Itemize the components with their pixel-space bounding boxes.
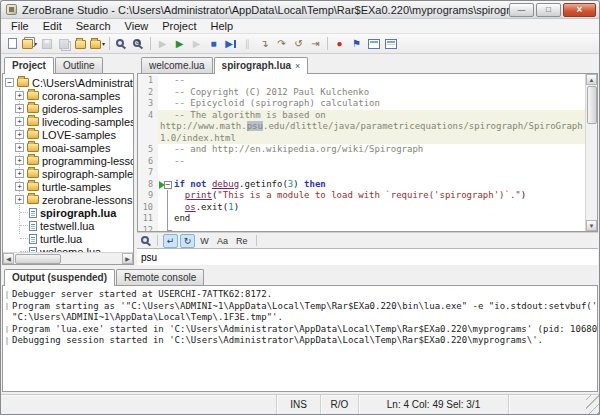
tree-item-livecoding-samples[interactable]: +livecoding-samples <box>3 115 133 128</box>
line-number-margin[interactable]: 1 <box>138 75 158 87</box>
editor-tab-welcome-lua[interactable]: welcome.lua <box>141 57 213 73</box>
toggle-breakpoint-button[interactable]: ● <box>331 35 348 52</box>
fold-collapse-icon[interactable]: − <box>164 181 172 189</box>
whole-word-toggle[interactable]: W <box>197 234 212 248</box>
open-project-button[interactable] <box>72 35 89 52</box>
panel-tab-outline[interactable]: Outline <box>55 57 103 73</box>
tree-item-programming-lessons[interactable]: +programming-lessons <box>3 154 133 167</box>
scroll-right-icon[interactable]: ▶ <box>122 253 133 264</box>
line-number-margin[interactable] <box>138 133 158 145</box>
menu-item-view[interactable]: View <box>118 20 156 32</box>
output-tab-output-suspended[interactable]: Output (suspended) <box>4 269 115 286</box>
wrap-indicator-toggle[interactable]: ↵ <box>163 234 178 248</box>
start-debugging-button[interactable]: ▶ <box>171 35 188 52</box>
close-button[interactable]: × <box>563 3 596 17</box>
editor-tab-spirograph-lua[interactable]: spirograph.lua× <box>214 57 309 74</box>
wrap-around-toggle[interactable]: ↻ <box>180 234 195 248</box>
expander-icon[interactable]: + <box>15 91 24 100</box>
tree-item-zerobrane-lessons[interactable]: +zerobrane-lessons <box>3 193 133 206</box>
code-line[interactable]: 12 <box>138 225 585 233</box>
find-button[interactable] <box>113 35 130 52</box>
code-line[interactable]: http://www.math.psu.edu/dlittle/java/par… <box>138 121 585 133</box>
line-number-margin[interactable]: 3 <box>138 98 158 110</box>
code-line[interactable]: 3-- Epicycloid (spirograph) calculation <box>138 98 585 110</box>
code-line[interactable]: 9 print("This is a module to load with `… <box>138 190 585 202</box>
line-number-margin[interactable]: 8 <box>138 179 158 191</box>
line-number-margin[interactable] <box>138 121 158 133</box>
code-line[interactable]: 7 <box>138 167 585 179</box>
window-titlebar[interactable]: ZeroBrane Studio - C:\Users\Administrato… <box>1 1 599 19</box>
match-case-toggle[interactable]: Aa <box>214 234 231 248</box>
editor-vscrollbar[interactable]: ▲ ▼ <box>585 74 597 231</box>
line-number-margin[interactable]: 12 <box>138 225 158 233</box>
scroll-down-icon[interactable]: ▼ <box>586 220 597 231</box>
tab-close-icon[interactable]: × <box>295 61 300 71</box>
expander-icon[interactable]: + <box>15 195 24 204</box>
menu-item-help[interactable]: Help <box>203 20 240 32</box>
scroll-up-icon[interactable]: ▲ <box>586 74 597 85</box>
detach-process-button[interactable]: ▶ <box>222 35 239 52</box>
tree-item-spirograph-samples[interactable]: +spirograph-samples <box>3 167 133 180</box>
maximize-button[interactable]: □ <box>536 3 561 17</box>
expander-icon[interactable]: + <box>15 156 24 165</box>
step-into-button[interactable]: ↴ <box>256 35 273 52</box>
expander-icon[interactable]: + <box>15 143 24 152</box>
tree-item-turtle-samples[interactable]: +turtle-samples <box>3 180 133 193</box>
expander-icon[interactable]: + <box>15 182 24 191</box>
code-line[interactable]: 6-- <box>138 156 585 168</box>
vscroll-thumb[interactable] <box>587 86 597 124</box>
resize-grip[interactable] <box>586 395 599 414</box>
tree-item-c-users-administrator-app[interactable]: −C:\Users\Administrator\App <box>3 76 133 89</box>
tree-item-spirograph-lua[interactable]: spirograph.lua <box>3 206 133 219</box>
code-line[interactable]: 5-- and http://en.wikipedia.org/wiki/Spi… <box>138 144 585 156</box>
expander-icon[interactable]: + <box>15 117 24 126</box>
code-line[interactable]: 10 os.exit(1) <box>138 202 585 214</box>
regex-toggle[interactable]: Re <box>233 234 251 248</box>
code-line[interactable]: 4-- The algorithm is based on <box>138 110 585 122</box>
tree-item-corona-samples[interactable]: +corona-samples <box>3 89 133 102</box>
line-number-margin[interactable]: 7 <box>138 167 158 179</box>
menu-item-file[interactable]: File <box>4 20 36 32</box>
find-replace-button[interactable] <box>130 35 147 52</box>
output-console[interactable]: Debugger server started at USERCHI-7ATTK… <box>2 285 598 392</box>
stop-process-button[interactable]: ■ <box>205 35 222 52</box>
code-line[interactable]: 1.0/index.html <box>138 133 585 145</box>
step-out-button[interactable]: ↺ <box>290 35 307 52</box>
tree-item-welcome-lua[interactable]: welcome.lua <box>3 245 133 252</box>
code-editor[interactable]: 1--2-- Copyright (C) 2012 Paul Kulchenko… <box>137 73 598 232</box>
tree-item-turtle-lua[interactable]: turtle.lua <box>3 232 133 245</box>
line-number-margin[interactable]: 9 <box>138 190 158 202</box>
code-line[interactable]: 1-- <box>138 75 585 87</box>
expander-icon[interactable]: + <box>15 130 24 139</box>
code-line[interactable]: 2-- Copyright (C) 2012 Paul Kulchenko <box>138 87 585 99</box>
step-over-button[interactable]: ↷ <box>273 35 290 52</box>
find-input[interactable] <box>137 248 598 265</box>
watch-window-button[interactable] <box>382 35 399 52</box>
minimize-button[interactable]: — <box>509 3 534 17</box>
line-number-margin[interactable]: 10 <box>138 202 158 214</box>
tree-item-love-samples[interactable]: +LOVE-samples <box>3 128 133 141</box>
expander-icon[interactable]: + <box>15 169 24 178</box>
toggle-bookmark-button[interactable]: ⚑ <box>348 35 365 52</box>
line-number-margin[interactable]: 6 <box>138 156 158 168</box>
line-number-margin[interactable]: 11 <box>138 213 158 225</box>
line-number-margin[interactable]: 2 <box>138 87 158 99</box>
new-file-button[interactable] <box>4 35 21 52</box>
menu-item-project[interactable]: Project <box>155 20 203 32</box>
stack-window-button[interactable] <box>365 35 382 52</box>
scroll-left-icon[interactable]: ◀ <box>3 253 14 264</box>
tree-item-gideros-samples[interactable]: +gideros-samples <box>3 102 133 115</box>
open-file-button[interactable]: ▾ <box>21 35 38 52</box>
output-tab-remote-console[interactable]: Remote console <box>116 269 204 285</box>
menu-item-edit[interactable]: Edit <box>36 20 69 32</box>
menu-item-search[interactable]: Search <box>69 20 118 32</box>
run-to-cursor-button[interactable]: ⇥ <box>307 35 324 52</box>
tree-item-testwell-lua[interactable]: testwell.lua <box>3 219 133 232</box>
project-directory-button[interactable]: ▾ <box>89 35 106 52</box>
code-line[interactable]: 11end <box>138 213 585 225</box>
panel-tab-project[interactable]: Project <box>4 57 54 74</box>
project-tree-hscrollbar[interactable]: ◀ ▶ <box>3 252 133 264</box>
expander-icon[interactable]: + <box>15 104 24 113</box>
line-number-margin[interactable]: 4 <box>138 110 158 122</box>
tree-item-moai-samples[interactable]: +moai-samples <box>3 141 133 154</box>
